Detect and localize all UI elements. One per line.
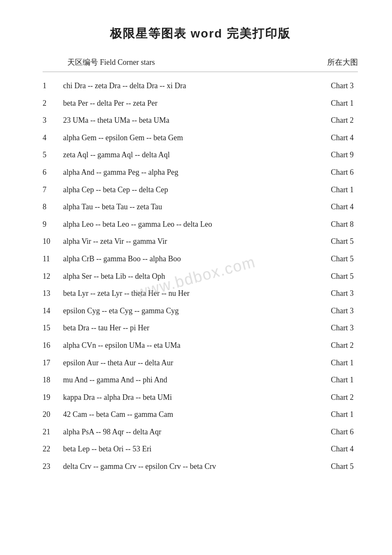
header-field: 天区编号 Field Corner stars (67, 57, 307, 67)
row-stars: alpha Tau -- beta Tau -- zeta Tau (63, 200, 303, 214)
table-row: 9alpha Leo -- beta Leo -- gamma Leo -- d… (43, 216, 358, 233)
table-row: 5zeta Aql -- gamma Aql -- delta AqlChart… (43, 146, 358, 164)
table-row: 18mu And -- gamma And -- phi AndChart 1 (43, 371, 358, 389)
row-number: 1 (43, 79, 63, 92)
row-number: 15 (43, 321, 63, 335)
table-row: 2beta Per -- delta Per -- zeta PerChart … (43, 95, 358, 112)
row-stars: zeta Aql -- gamma Aql -- delta Aql (63, 148, 303, 162)
table-row: 12alpha Ser -- beta Lib -- delta OphChar… (43, 268, 358, 285)
table-row: 14epsilon Cyg -- eta Cyg -- gamma CygCha… (43, 302, 358, 320)
table-row: 4alpha Gem -- epsilon Gem -- beta GemCha… (43, 129, 358, 147)
row-chart: Chart 5 (303, 252, 354, 266)
row-chart: Chart 5 (303, 460, 354, 473)
row-chart: Chart 2 (303, 339, 354, 352)
row-stars: epsilon Aur -- theta Aur -- delta Aur (63, 356, 303, 370)
table-row: 16alpha CVn -- epsilon UMa -- eta UMaCha… (43, 337, 358, 354)
table-row: 23delta Crv -- gamma Crv -- epsilon Crv … (43, 458, 358, 475)
row-number: 18 (43, 373, 63, 387)
row-number: 16 (43, 339, 63, 352)
row-number: 10 (43, 235, 63, 248)
row-number: 20 (43, 408, 63, 421)
table-row: 13beta Lyr -- zeta Lyr -- theta Her -- n… (43, 285, 358, 302)
row-chart: Chart 3 (303, 79, 354, 92)
table-row: 323 UMa -- theta UMa -- beta UMaChart 2 (43, 112, 358, 129)
row-number: 2 (43, 97, 63, 110)
row-stars: beta Dra -- tau Her -- pi Her (63, 321, 303, 335)
table-row: 19kappa Dra -- alpha Dra -- beta UMiChar… (43, 389, 358, 406)
table-header: 天区编号 Field Corner stars 所在大图 (43, 57, 358, 67)
row-chart: Chart 8 (303, 218, 354, 231)
row-number: 4 (43, 131, 63, 145)
table-row: 17epsilon Aur -- theta Aur -- delta AurC… (43, 354, 358, 372)
row-chart: Chart 3 (303, 321, 354, 335)
header-chart: 所在大图 (307, 57, 358, 67)
table-body: 1chi Dra -- zeta Dra -- delta Dra -- xi … (43, 77, 358, 475)
row-number: 6 (43, 166, 63, 179)
row-number: 9 (43, 218, 63, 231)
row-number: 11 (43, 252, 63, 266)
table-row: 11alpha CrB -- gamma Boo -- alpha BooCha… (43, 250, 358, 268)
row-number: 13 (43, 287, 63, 300)
row-chart: Chart 1 (303, 408, 354, 421)
row-stars: alpha Gem -- epsilon Gem -- beta Gem (63, 131, 303, 145)
row-chart: Chart 1 (303, 97, 354, 110)
row-number: 5 (43, 148, 63, 162)
row-chart: Chart 3 (303, 287, 354, 300)
row-chart: Chart 2 (303, 391, 354, 404)
row-stars: kappa Dra -- alpha Dra -- beta UMi (63, 391, 303, 404)
row-stars: alpha And -- gamma Peg -- alpha Peg (63, 166, 303, 179)
row-stars: beta Per -- delta Per -- zeta Per (63, 97, 303, 110)
row-number: 7 (43, 183, 63, 197)
table-row: 7alpha Cep -- beta Cep -- delta CepChart… (43, 181, 358, 199)
row-stars: mu And -- gamma And -- phi And (63, 373, 303, 387)
row-number: 23 (43, 460, 63, 473)
row-number: 14 (43, 304, 63, 318)
table-row: 21alpha PsA -- 98 Aqr -- delta AqrChart … (43, 423, 358, 441)
row-chart: Chart 4 (303, 131, 354, 145)
row-chart: Chart 4 (303, 200, 354, 214)
row-chart: Chart 1 (303, 373, 354, 387)
row-chart: Chart 1 (303, 183, 354, 197)
row-number: 17 (43, 356, 63, 370)
row-stars: alpha CVn -- epsilon UMa -- eta UMa (63, 339, 303, 352)
row-chart: Chart 6 (303, 166, 354, 179)
page-title: 极限星等图表 word 完美打印版 (43, 26, 358, 42)
row-stars: beta Lep -- beta Ori -- 53 Eri (63, 442, 303, 456)
row-stars: alpha Leo -- beta Leo -- gamma Leo -- de… (63, 218, 303, 231)
row-stars: 42 Cam -- beta Cam -- gamma Cam (63, 408, 303, 421)
table-row: 2042 Cam -- beta Cam -- gamma CamChart 1 (43, 406, 358, 423)
table-row: 15beta Dra -- tau Her -- pi HerChart 3 (43, 319, 358, 337)
row-number: 12 (43, 270, 63, 283)
row-chart: Chart 9 (303, 148, 354, 162)
row-chart: Chart 4 (303, 442, 354, 456)
row-chart: Chart 2 (303, 114, 354, 127)
row-chart: Chart 6 (303, 425, 354, 439)
header-divider (43, 72, 358, 72)
table-row: 6alpha And -- gamma Peg -- alpha PegChar… (43, 164, 358, 181)
row-stars: chi Dra -- zeta Dra -- delta Dra -- xi D… (63, 79, 303, 92)
row-stars: delta Crv -- gamma Crv -- epsilon Crv --… (63, 460, 303, 473)
row-stars: epsilon Cyg -- eta Cyg -- gamma Cyg (63, 304, 303, 318)
row-chart: Chart 3 (303, 304, 354, 318)
row-number: 8 (43, 200, 63, 214)
row-number: 21 (43, 425, 63, 439)
row-number: 22 (43, 442, 63, 456)
row-stars: alpha CrB -- gamma Boo -- alpha Boo (63, 252, 303, 266)
row-chart: Chart 5 (303, 235, 354, 248)
table-row: 10alpha Vir -- zeta Vir -- gamma VirChar… (43, 233, 358, 250)
row-chart: Chart 5 (303, 270, 354, 283)
table-row: 8alpha Tau -- beta Tau -- zeta TauChart … (43, 198, 358, 216)
row-number: 3 (43, 114, 63, 127)
row-stars: 23 UMa -- theta UMa -- beta UMa (63, 114, 303, 127)
row-stars: alpha Cep -- beta Cep -- delta Cep (63, 183, 303, 197)
table-row: 22beta Lep -- beta Ori -- 53 EriChart 4 (43, 440, 358, 458)
table-row: 1chi Dra -- zeta Dra -- delta Dra -- xi … (43, 77, 358, 95)
row-stars: alpha Vir -- zeta Vir -- gamma Vir (63, 235, 303, 248)
row-stars: beta Lyr -- zeta Lyr -- theta Her -- nu … (63, 287, 303, 300)
row-chart: Chart 1 (303, 356, 354, 370)
row-stars: alpha PsA -- 98 Aqr -- delta Aqr (63, 425, 303, 439)
row-stars: alpha Ser -- beta Lib -- delta Oph (63, 270, 303, 283)
row-number: 19 (43, 391, 63, 404)
